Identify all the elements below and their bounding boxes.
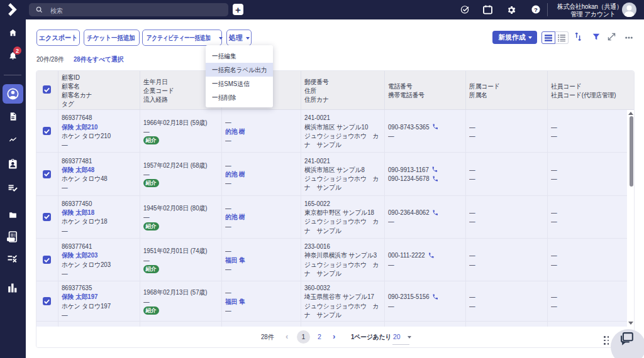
svg-text:?: ?: [534, 6, 538, 13]
